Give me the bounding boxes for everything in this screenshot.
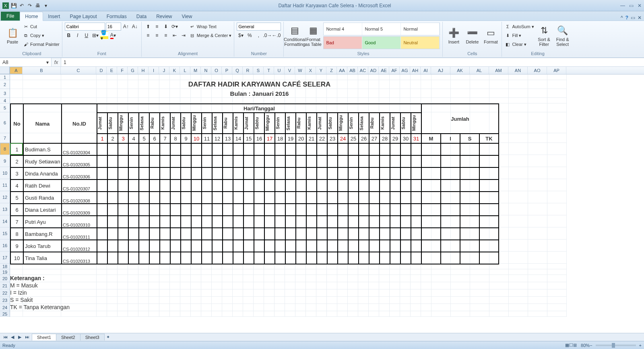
column-header[interactable]: L (180, 67, 190, 74)
format-painter-button[interactable]: 🖌Format Painter (23, 40, 60, 48)
cell[interactable] (191, 289, 201, 297)
cell[interactable] (306, 269, 316, 275)
cell[interactable] (489, 275, 509, 282)
row-header[interactable]: 7 (0, 133, 10, 143)
cell[interactable] (243, 275, 254, 282)
cell[interactable] (547, 289, 567, 297)
cell[interactable] (138, 264, 149, 269)
cell[interactable] (327, 297, 337, 304)
grow-font-icon[interactable]: A↑ (122, 23, 130, 31)
column-header[interactable]: AL (470, 67, 489, 74)
cell[interactable] (295, 269, 306, 275)
tab-nav-prev-icon[interactable]: ◀ (9, 335, 16, 340)
column-header[interactable]: AG (400, 67, 410, 74)
column-header[interactable]: X (305, 67, 316, 74)
cell[interactable] (528, 80, 547, 89)
cell[interactable] (191, 304, 201, 311)
cell[interactable] (509, 203, 528, 215)
column-header[interactable]: F (117, 67, 128, 74)
cell[interactable] (128, 269, 138, 275)
cell[interactable] (358, 264, 369, 269)
cell[interactable] (285, 282, 295, 289)
cells-container[interactable]: DAFTAR HADIR KARYAWAN CAFÉ SELERABulan :… (10, 74, 567, 317)
cell[interactable] (431, 311, 451, 317)
cell[interactable] (509, 304, 528, 311)
cell[interactable] (470, 282, 489, 289)
cell[interactable] (411, 311, 421, 317)
cell[interactable] (191, 264, 201, 269)
cell[interactable] (118, 311, 128, 317)
cell[interactable] (547, 297, 567, 304)
cell[interactable] (212, 98, 222, 103)
cell[interactable] (528, 264, 547, 269)
cell[interactable] (411, 269, 421, 275)
tab-file[interactable]: File (1, 12, 20, 21)
cell[interactable] (421, 269, 431, 275)
cell[interactable] (306, 275, 316, 282)
cell[interactable] (528, 112, 547, 133)
column-header[interactable]: AF (389, 67, 400, 74)
cell[interactable] (411, 304, 421, 311)
cell[interactable] (97, 269, 107, 275)
cell[interactable] (201, 289, 212, 297)
cell[interactable] (23, 311, 61, 317)
cell[interactable] (285, 98, 295, 103)
row-header[interactable]: 5 (0, 103, 10, 112)
cell[interactable] (243, 282, 254, 289)
cell[interactable] (316, 264, 327, 269)
cell[interactable] (316, 269, 327, 275)
cell[interactable] (547, 203, 567, 215)
cell[interactable] (547, 80, 567, 89)
tab-insert[interactable]: Insert (43, 12, 65, 21)
cell[interactable] (295, 98, 306, 103)
conditional-formatting-button[interactable]: ▤Conditional Formatting (286, 23, 303, 49)
cell[interactable] (509, 80, 528, 89)
save-icon[interactable]: 💾 (10, 2, 17, 9)
cell[interactable] (243, 74, 254, 80)
cell[interactable] (233, 304, 243, 311)
print-icon[interactable]: 🖶 (35, 2, 41, 9)
cell[interactable] (61, 74, 97, 80)
cell[interactable] (528, 155, 547, 167)
indent-inc-icon[interactable]: ⇥ (180, 31, 188, 39)
cell[interactable] (547, 143, 567, 155)
cell[interactable] (509, 112, 528, 133)
column-header[interactable]: I (149, 67, 159, 74)
cell[interactable] (138, 304, 149, 311)
cell[interactable] (528, 282, 547, 289)
cell[interactable] (411, 297, 421, 304)
cell[interactable] (107, 264, 118, 269)
column-header[interactable]: AA (337, 67, 347, 74)
formula-input[interactable]: 1 (61, 58, 644, 66)
cell[interactable] (243, 98, 254, 103)
row-header[interactable]: 22 (0, 289, 10, 297)
cell[interactable] (275, 264, 285, 269)
align-bottom-icon[interactable]: ⬇ (162, 23, 170, 31)
cell[interactable] (400, 297, 411, 304)
cell[interactable] (180, 98, 191, 103)
cell[interactable] (10, 264, 23, 269)
cell[interactable] (327, 275, 337, 282)
row-header[interactable]: 21 (0, 282, 10, 289)
cell[interactable] (212, 289, 222, 297)
view-layout-icon[interactable]: ☐ (569, 343, 573, 348)
cell[interactable] (23, 74, 61, 80)
cell[interactable] (400, 74, 411, 80)
cell[interactable] (509, 89, 528, 98)
cell[interactable] (254, 98, 264, 103)
cell[interactable] (547, 191, 567, 203)
cell[interactable] (212, 264, 222, 269)
cell[interactable] (180, 311, 191, 317)
cell[interactable] (170, 275, 180, 282)
cell[interactable] (379, 304, 390, 311)
cell[interactable] (107, 98, 118, 103)
indent-dec-icon[interactable]: ⇤ (171, 31, 179, 39)
cell[interactable] (337, 282, 348, 289)
cell[interactable] (10, 74, 23, 80)
style-normal[interactable]: Normal (401, 23, 440, 35)
cell[interactable] (390, 289, 400, 297)
cell[interactable] (337, 297, 348, 304)
cell[interactable] (285, 264, 295, 269)
cell[interactable] (275, 289, 285, 297)
row-header[interactable]: 18 (0, 264, 10, 269)
